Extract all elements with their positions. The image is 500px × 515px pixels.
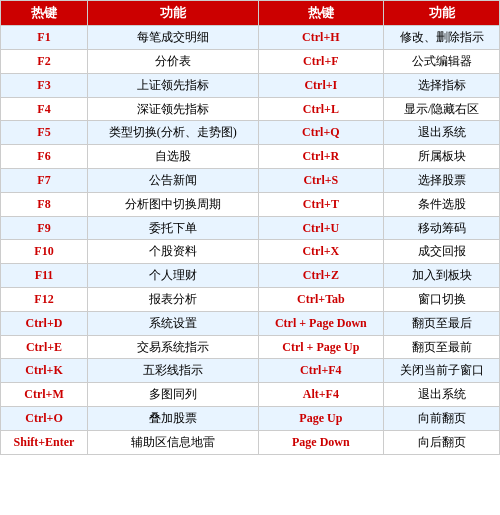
hotkey-left: Ctrl+M xyxy=(1,383,88,407)
func-left: 报表分析 xyxy=(87,287,258,311)
table-row: Ctrl+O叠加股票Page Up向前翻页 xyxy=(1,406,500,430)
table-row: F6自选股Ctrl+R所属板块 xyxy=(1,145,500,169)
hotkey-left: F9 xyxy=(1,216,88,240)
table-row: F10个股资料Ctrl+X成交回报 xyxy=(1,240,500,264)
hotkey-right: Page Down xyxy=(258,430,384,454)
hotkey-left: F3 xyxy=(1,73,88,97)
func-left: 每笔成交明细 xyxy=(87,26,258,50)
hotkey-left: F1 xyxy=(1,26,88,50)
func-left: 系统设置 xyxy=(87,311,258,335)
hotkey-left: F7 xyxy=(1,168,88,192)
func-left: 自选股 xyxy=(87,145,258,169)
func-right: 向前翻页 xyxy=(384,406,500,430)
func-left: 类型切换(分析、走势图) xyxy=(87,121,258,145)
func-left: 个股资料 xyxy=(87,240,258,264)
hotkey-right: Ctrl+L xyxy=(258,97,384,121)
func-right: 成交回报 xyxy=(384,240,500,264)
func-right: 条件选股 xyxy=(384,192,500,216)
hotkey-left: F5 xyxy=(1,121,88,145)
table-row: F2分价表Ctrl+F公式编辑器 xyxy=(1,49,500,73)
hotkey-right: Ctrl+F4 xyxy=(258,359,384,383)
func-right: 翻页至最前 xyxy=(384,335,500,359)
header-hotkey1: 热键 xyxy=(1,1,88,26)
func-left: 辅助区信息地雷 xyxy=(87,430,258,454)
func-right: 关闭当前子窗口 xyxy=(384,359,500,383)
func-left: 分价表 xyxy=(87,49,258,73)
table-row: Ctrl+E交易系统指示Ctrl + Page Up翻页至最前 xyxy=(1,335,500,359)
header-func1: 功能 xyxy=(87,1,258,26)
hotkey-right: Alt+F4 xyxy=(258,383,384,407)
hotkey-left: F4 xyxy=(1,97,88,121)
hotkey-right: Ctrl+H xyxy=(258,26,384,50)
func-left: 交易系统指示 xyxy=(87,335,258,359)
func-right: 窗口切换 xyxy=(384,287,500,311)
func-right: 加入到板块 xyxy=(384,264,500,288)
func-right: 移动筹码 xyxy=(384,216,500,240)
hotkey-right: Ctrl + Page Down xyxy=(258,311,384,335)
hotkey-right: Ctrl+S xyxy=(258,168,384,192)
hotkey-table: 热键 功能 热键 功能 F1每笔成交明细Ctrl+H修改、删除指示F2分价表Ct… xyxy=(0,0,500,455)
func-right: 显示/隐藏右区 xyxy=(384,97,500,121)
table-row: F11个人理财Ctrl+Z加入到板块 xyxy=(1,264,500,288)
func-left: 个人理财 xyxy=(87,264,258,288)
table-row: Ctrl+D系统设置Ctrl + Page Down翻页至最后 xyxy=(1,311,500,335)
func-left: 公告新闻 xyxy=(87,168,258,192)
func-right: 退出系统 xyxy=(384,383,500,407)
func-left: 上证领先指标 xyxy=(87,73,258,97)
table-row: F8分析图中切换周期Ctrl+T条件选股 xyxy=(1,192,500,216)
func-left: 委托下单 xyxy=(87,216,258,240)
func-right: 公式编辑器 xyxy=(384,49,500,73)
hotkey-right: Ctrl+Q xyxy=(258,121,384,145)
func-left: 五彩线指示 xyxy=(87,359,258,383)
func-left: 深证领先指标 xyxy=(87,97,258,121)
hotkey-right: Ctrl+Tab xyxy=(258,287,384,311)
func-right: 翻页至最后 xyxy=(384,311,500,335)
hotkey-right: Ctrl+X xyxy=(258,240,384,264)
func-left: 多图同列 xyxy=(87,383,258,407)
hotkey-left: F10 xyxy=(1,240,88,264)
table-row: F9委托下单Ctrl+U移动筹码 xyxy=(1,216,500,240)
table-row: Ctrl+M多图同列Alt+F4退出系统 xyxy=(1,383,500,407)
hotkey-left: F2 xyxy=(1,49,88,73)
hotkey-right: Ctrl+F xyxy=(258,49,384,73)
func-right: 修改、删除指示 xyxy=(384,26,500,50)
table-row: F3上证领先指标Ctrl+I选择指标 xyxy=(1,73,500,97)
table-row: F4深证领先指标Ctrl+L显示/隐藏右区 xyxy=(1,97,500,121)
table-row: F1每笔成交明细Ctrl+H修改、删除指示 xyxy=(1,26,500,50)
hotkey-left: F11 xyxy=(1,264,88,288)
func-right: 向后翻页 xyxy=(384,430,500,454)
header-func2: 功能 xyxy=(384,1,500,26)
hotkey-left: Ctrl+O xyxy=(1,406,88,430)
table-row: F7公告新闻Ctrl+S选择股票 xyxy=(1,168,500,192)
hotkey-left: Ctrl+E xyxy=(1,335,88,359)
header-hotkey2: 热键 xyxy=(258,1,384,26)
hotkey-right: Ctrl+I xyxy=(258,73,384,97)
func-right: 选择股票 xyxy=(384,168,500,192)
func-right: 选择指标 xyxy=(384,73,500,97)
table-row: F12报表分析Ctrl+Tab窗口切换 xyxy=(1,287,500,311)
hotkey-right: Ctrl+Z xyxy=(258,264,384,288)
table-row: Shift+Enter辅助区信息地雷Page Down向后翻页 xyxy=(1,430,500,454)
func-left: 分析图中切换周期 xyxy=(87,192,258,216)
table-row: F5类型切换(分析、走势图)Ctrl+Q退出系统 xyxy=(1,121,500,145)
hotkey-right: Ctrl+U xyxy=(258,216,384,240)
hotkey-left: F8 xyxy=(1,192,88,216)
func-right: 所属板块 xyxy=(384,145,500,169)
hotkey-left: Ctrl+K xyxy=(1,359,88,383)
hotkey-right: Page Up xyxy=(258,406,384,430)
hotkey-right: Ctrl+T xyxy=(258,192,384,216)
hotkey-left: F12 xyxy=(1,287,88,311)
table-row: Ctrl+K五彩线指示Ctrl+F4关闭当前子窗口 xyxy=(1,359,500,383)
hotkey-right: Ctrl + Page Up xyxy=(258,335,384,359)
hotkey-right: Ctrl+R xyxy=(258,145,384,169)
hotkey-left: Ctrl+D xyxy=(1,311,88,335)
hotkey-left: Shift+Enter xyxy=(1,430,88,454)
func-right: 退出系统 xyxy=(384,121,500,145)
func-left: 叠加股票 xyxy=(87,406,258,430)
hotkey-left: F6 xyxy=(1,145,88,169)
